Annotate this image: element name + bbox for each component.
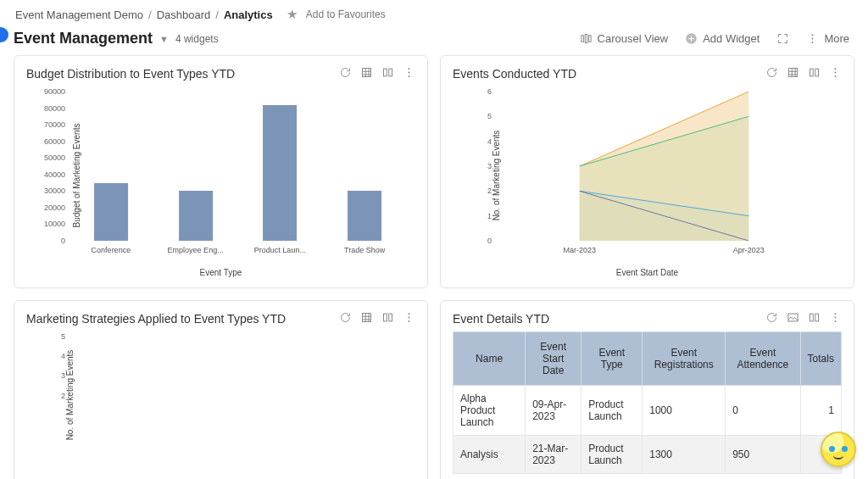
svg-rect-27 bbox=[815, 314, 819, 321]
table-view-icon[interactable] bbox=[360, 66, 373, 81]
table-row[interactable]: Analysis21-Mar-2023Product Launch1300950 bbox=[453, 436, 842, 474]
refresh-icon[interactable] bbox=[765, 311, 778, 326]
events-chart: No. of Marketing Events 0123456Mar-2023A… bbox=[453, 86, 842, 265]
details-card: Event Details YTD NameEvent Start DateEv… bbox=[440, 300, 854, 479]
refresh-icon[interactable] bbox=[339, 66, 352, 81]
svg-point-6 bbox=[812, 42, 814, 43]
svg-rect-0 bbox=[581, 36, 583, 42]
svg-rect-20 bbox=[384, 314, 387, 321]
bar bbox=[179, 191, 213, 241]
budget-card-title: Budget Distribution to Event Types YTD bbox=[26, 67, 235, 81]
y-tick: 5 bbox=[461, 112, 492, 120]
y-tick: 3 bbox=[461, 162, 492, 170]
table-header[interactable]: Totals bbox=[800, 332, 841, 386]
refresh-icon[interactable] bbox=[339, 311, 352, 326]
table-view-icon[interactable] bbox=[360, 311, 373, 326]
events-area-svg bbox=[495, 92, 833, 241]
card-view-icon[interactable] bbox=[808, 311, 821, 326]
svg-rect-13 bbox=[789, 69, 798, 77]
svg-point-29 bbox=[835, 317, 837, 319]
y-tick: 4 bbox=[35, 352, 65, 360]
kebab-icon[interactable] bbox=[403, 66, 415, 81]
add-widget-label: Add Widget bbox=[703, 32, 760, 45]
table-header[interactable]: Event Start Date bbox=[526, 332, 581, 386]
y-tick: 60000 bbox=[35, 137, 65, 146]
widget-count: 4 widgets bbox=[175, 33, 219, 45]
star-icon[interactable]: ★ bbox=[287, 7, 298, 22]
breadcrumb-separator: / bbox=[148, 8, 152, 21]
events-x-axis-label: Event Start Date bbox=[453, 268, 842, 277]
table-header[interactable]: Event Type bbox=[581, 332, 643, 386]
svg-rect-9 bbox=[389, 69, 392, 76]
table-header[interactable]: Name bbox=[453, 332, 526, 386]
fullscreen-button[interactable] bbox=[771, 29, 794, 48]
y-tick: 2 bbox=[461, 187, 492, 195]
y-tick: 5 bbox=[35, 332, 65, 341]
kebab-icon[interactable] bbox=[829, 311, 842, 326]
breadcrumb-separator: / bbox=[215, 8, 219, 21]
table-cell: 1300 bbox=[643, 436, 726, 474]
svg-rect-15 bbox=[815, 69, 819, 76]
svg-point-4 bbox=[812, 34, 814, 36]
svg-point-10 bbox=[409, 68, 410, 70]
strategies-chart: No. of Marketing Events 2345 bbox=[26, 331, 415, 459]
y-tick: 3 bbox=[35, 371, 65, 380]
svg-point-30 bbox=[835, 320, 837, 322]
y-tick: 70000 bbox=[35, 120, 65, 129]
table-cell: Alpha Product Launch bbox=[453, 386, 526, 436]
add-to-favourites-link[interactable]: Add to Favourites bbox=[306, 8, 386, 20]
image-view-icon[interactable] bbox=[787, 311, 799, 326]
y-tick: 40000 bbox=[35, 170, 65, 179]
table-view-icon[interactable] bbox=[787, 66, 799, 81]
table-header[interactable]: Event Registrations bbox=[643, 332, 726, 386]
y-tick: 50000 bbox=[35, 153, 65, 162]
svg-point-11 bbox=[409, 72, 410, 74]
y-tick: 6 bbox=[461, 87, 492, 96]
event-details-table: NameEvent Start DateEvent TypeEvent Regi… bbox=[453, 331, 842, 474]
breadcrumb-root[interactable]: Event Management Demo bbox=[15, 8, 143, 21]
add-widget-button[interactable]: Add Widget bbox=[680, 29, 765, 48]
x-tick: Trade Show bbox=[344, 246, 385, 254]
card-view-icon[interactable] bbox=[381, 311, 394, 326]
kebab-icon[interactable] bbox=[829, 66, 842, 81]
table-cell: Product Launch bbox=[581, 436, 643, 474]
table-cell: 1000 bbox=[643, 386, 726, 436]
budget-chart: Budget of Marketing Events 0100002000030… bbox=[26, 86, 415, 265]
kebab-icon bbox=[806, 32, 819, 45]
y-tick: 10000 bbox=[35, 220, 65, 228]
svg-point-18 bbox=[835, 75, 837, 77]
carousel-view-label: Carousel View bbox=[598, 32, 669, 45]
bar bbox=[263, 105, 297, 241]
table-cell: 21-Mar-2023 bbox=[526, 436, 581, 474]
carousel-icon bbox=[580, 32, 593, 45]
budget-x-axis-label: Event Type bbox=[26, 268, 415, 277]
card-view-icon[interactable] bbox=[808, 66, 821, 81]
table-cell: 0 bbox=[726, 386, 800, 436]
svg-rect-26 bbox=[810, 314, 814, 321]
title-bar: Event Management ▼ 4 widgets Carousel Vi… bbox=[0, 25, 868, 55]
y-tick: 0 bbox=[35, 237, 65, 245]
table-row[interactable]: Alpha Product Launch09-Apr-2023Product L… bbox=[453, 386, 842, 436]
breadcrumb-current: Analytics bbox=[224, 8, 273, 21]
y-tick: 30000 bbox=[35, 187, 65, 195]
breadcrumb-dashboard[interactable]: Dashboard bbox=[157, 8, 211, 21]
y-tick: 1 bbox=[461, 212, 492, 220]
table-cell: 1 bbox=[800, 386, 841, 436]
page-title-dropdown[interactable]: ▼ bbox=[159, 34, 169, 44]
svg-point-23 bbox=[409, 317, 410, 319]
x-tick: Conference bbox=[92, 246, 131, 254]
chatbot-button[interactable] bbox=[821, 432, 856, 467]
y-tick: 0 bbox=[461, 237, 492, 245]
svg-rect-1 bbox=[585, 35, 587, 43]
table-header[interactable]: Event Attendence bbox=[726, 332, 800, 386]
y-tick: 90000 bbox=[35, 87, 65, 96]
card-view-icon[interactable] bbox=[381, 66, 394, 81]
refresh-icon[interactable] bbox=[765, 66, 778, 81]
svg-point-5 bbox=[812, 38, 814, 40]
details-card-title: Event Details YTD bbox=[453, 312, 549, 326]
kebab-icon[interactable] bbox=[403, 311, 415, 326]
more-menu-button[interactable]: More bbox=[801, 29, 854, 48]
carousel-view-button[interactable]: Carousel View bbox=[575, 29, 674, 48]
svg-point-17 bbox=[835, 72, 837, 74]
table-cell: Product Launch bbox=[581, 386, 643, 436]
